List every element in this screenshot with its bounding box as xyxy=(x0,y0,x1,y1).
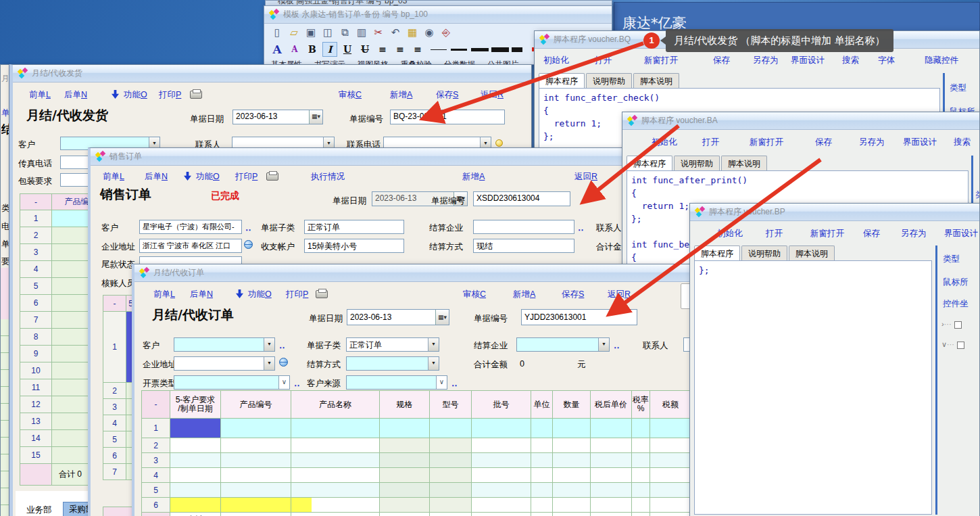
menu-item[interactable]: 保存 xyxy=(815,137,832,148)
row-number[interactable]: 10 xyxy=(20,362,52,379)
chevron-down-icon[interactable]: ▼ xyxy=(598,338,609,351)
doc-no-input[interactable]: XSDD230613004 xyxy=(473,191,570,206)
menu-item[interactable]: 初始化 xyxy=(717,228,743,239)
lookup-button[interactable]: ‥ xyxy=(245,222,251,233)
align-right-icon[interactable]: ≡ xyxy=(410,42,425,57)
grid-cell[interactable] xyxy=(291,483,380,498)
grid-cell[interactable] xyxy=(531,453,553,468)
menu-item[interactable]: 搜索 xyxy=(842,55,859,66)
customer-input[interactable]: 星宇电子（宁波）有限公司- xyxy=(139,220,242,234)
grid-cell[interactable] xyxy=(221,438,291,453)
grid-cell[interactable] xyxy=(531,498,553,513)
row-number[interactable]: 5 xyxy=(20,278,52,295)
grid-cell[interactable] xyxy=(650,438,691,453)
fahuo-titlebar[interactable]: 月结/代收发货 xyxy=(13,65,531,83)
grid-cell[interactable] xyxy=(170,438,221,453)
globe-icon[interactable] xyxy=(244,240,253,249)
lookup-button[interactable]: ‥ xyxy=(294,378,300,388)
row-number[interactable]: 6 xyxy=(141,498,170,513)
line-thin[interactable] xyxy=(451,49,467,51)
grid-cell[interactable] xyxy=(291,468,380,483)
row-number[interactable]: 4 xyxy=(20,261,52,278)
row-number[interactable]: 7 xyxy=(103,464,126,480)
chevron-down-icon[interactable]: ▼ xyxy=(428,357,439,370)
grid-cell[interactable] xyxy=(531,438,553,453)
row-number[interactable]: 3 xyxy=(20,244,52,261)
menu-item[interactable]: 打开 xyxy=(595,55,612,66)
grid-cell[interactable] xyxy=(553,498,591,513)
tree-expanded-row[interactable]: ∨⋯ xyxy=(941,340,964,349)
grid-cell[interactable] xyxy=(170,498,221,513)
grid-cell[interactable] xyxy=(380,438,430,453)
method-input[interactable]: 现结 xyxy=(473,239,574,253)
date-input[interactable]: 2023-06-13▦▾ xyxy=(232,110,323,124)
menu-item[interactable]: 字体 xyxy=(878,55,895,66)
grid-cell[interactable] xyxy=(591,438,632,453)
grid-cell[interactable] xyxy=(291,498,380,513)
menu-item[interactable]: 隐藏控件 xyxy=(925,55,958,66)
grid-cell[interactable] xyxy=(650,419,691,438)
row-number[interactable]: 1 xyxy=(141,419,170,438)
font-color-small-button[interactable]: A xyxy=(287,42,302,57)
order-titlebar[interactable]: 月结/代收订单 xyxy=(134,264,695,282)
paste-icon[interactable]: ▥ xyxy=(354,26,369,39)
image-icon[interactable]: ▦ xyxy=(405,26,420,39)
font-color-large-button[interactable]: A xyxy=(270,42,285,57)
lookup-button[interactable]: ‥ xyxy=(614,340,620,350)
row-number[interactable]: 1 xyxy=(20,210,52,227)
menu-item[interactable]: 新增A xyxy=(513,289,535,300)
grid-cell[interactable] xyxy=(430,419,472,438)
copy-icon[interactable]: ⧉ xyxy=(337,26,352,39)
grid-cell[interactable] xyxy=(430,498,472,513)
row-number[interactable]: 2 xyxy=(20,227,52,244)
row-number[interactable]: 2 xyxy=(103,383,126,399)
account-input[interactable]: 15焯美特小号 xyxy=(304,239,404,253)
row-number[interactable]: 6 xyxy=(103,448,126,464)
grid-cell[interactable] xyxy=(291,453,380,468)
grid-cell[interactable] xyxy=(170,468,221,483)
grid-cell[interactable] xyxy=(553,453,591,468)
menu-item[interactable]: 界面设计 xyxy=(944,228,978,239)
grid-cell[interactable] xyxy=(632,468,650,483)
grid-cell[interactable] xyxy=(650,468,691,483)
doc-no-input[interactable]: YJDD230613001 xyxy=(521,309,637,325)
undo-icon[interactable]: ↶ xyxy=(388,26,403,39)
grid-cell[interactable] xyxy=(291,438,380,453)
grid-cell[interactable] xyxy=(591,419,632,438)
grid-cell[interactable] xyxy=(591,468,632,483)
grid-cell[interactable] xyxy=(591,498,632,513)
grid-cell[interactable] xyxy=(221,498,291,513)
grid-cell[interactable] xyxy=(430,438,472,453)
grid-cell[interactable] xyxy=(632,419,650,438)
row-number[interactable]: 12 xyxy=(20,396,52,413)
line-hairline[interactable] xyxy=(431,49,447,50)
row-number[interactable]: 11 xyxy=(20,379,52,396)
line-medium[interactable] xyxy=(471,48,489,51)
grid-cell[interactable] xyxy=(650,498,691,513)
calendar-icon[interactable]: ▦▾ xyxy=(309,110,322,124)
invoice-type-dropdown[interactable]: ∨ xyxy=(174,375,290,390)
menu-item[interactable]: 审核C xyxy=(463,289,486,300)
menu-item[interactable]: 界面设计 xyxy=(791,55,825,66)
menu-item[interactable]: 返回R xyxy=(608,289,631,300)
grid-cell[interactable] xyxy=(430,468,472,483)
menu-item[interactable]: 新增A xyxy=(390,89,412,101)
ba-titlebar[interactable]: 脚本程序 voucher.BA xyxy=(622,112,979,130)
line-block[interactable] xyxy=(512,47,522,52)
save-icon[interactable]: ▣ xyxy=(303,26,318,39)
line-thick[interactable] xyxy=(491,47,509,52)
menu-item[interactable]: 返回R xyxy=(574,171,597,183)
grid-cell[interactable] xyxy=(472,453,531,468)
grid-cell[interactable] xyxy=(591,483,632,498)
cut-icon[interactable]: ✂ xyxy=(371,26,386,39)
grid-cell[interactable] xyxy=(650,483,691,498)
grid-cell[interactable] xyxy=(170,483,221,498)
menu-item[interactable]: 保存S xyxy=(562,289,584,300)
chevron-down-icon[interactable]: ▼ xyxy=(264,357,274,370)
grid-cell[interactable] xyxy=(472,498,531,513)
grid-cell[interactable] xyxy=(430,483,472,498)
row-number[interactable]: 13 xyxy=(20,413,52,430)
menu-item[interactable]: 另存为 xyxy=(859,137,885,148)
grid-cell[interactable] xyxy=(632,483,650,498)
row-number[interactable]: 2 xyxy=(141,438,170,453)
